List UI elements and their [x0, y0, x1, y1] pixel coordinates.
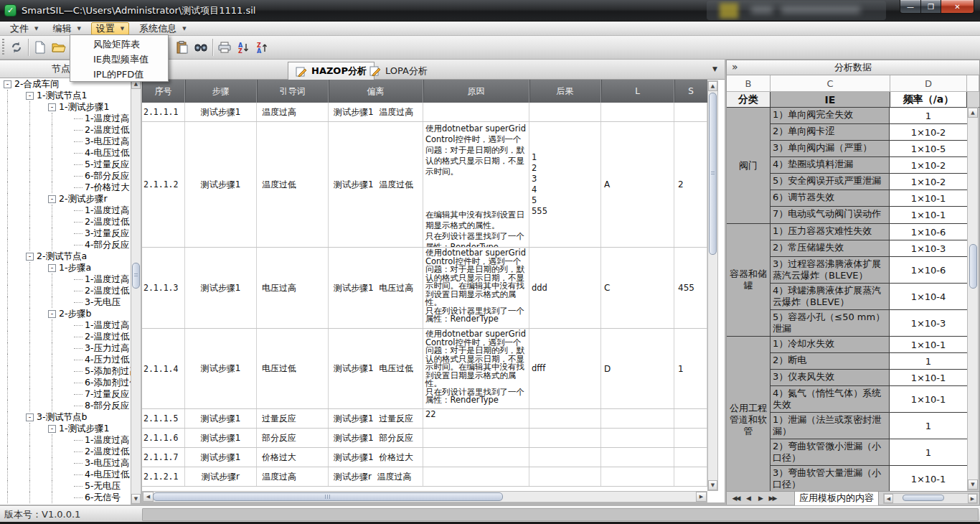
scroll-left-icon[interactable]: ◀ — [884, 494, 893, 503]
tree-item[interactable]: 4-压力过低 — [0, 354, 131, 365]
find-icon[interactable] — [192, 38, 210, 57]
menu-item-ie-frequency[interactable]: IE典型频率值 — [70, 52, 168, 67]
scroll-up-icon[interactable]: ▲ — [968, 108, 978, 118]
column-header[interactable]: 序号 — [142, 80, 185, 103]
panel-horizontal-scrollbar[interactable]: ◀ ▶ — [883, 493, 978, 504]
grid-horizontal-scrollbar[interactable]: ◀ ▶ — [142, 491, 707, 502]
collapse-node-icon[interactable]: - — [48, 195, 56, 203]
sort-descending-icon[interactable]: ZA — [253, 38, 271, 57]
scrollbar-thumb[interactable] — [709, 93, 717, 255]
ie-row[interactable]: 2）单向阀卡涩1×10-2 — [771, 124, 967, 141]
tree-item[interactable]: 2-温度过低 — [0, 285, 131, 296]
table-row[interactable]: 2.1.1.5测试步骤1过量反应测试步骤1 过量反应22 — [142, 409, 707, 429]
collapse-node-icon[interactable]: - — [26, 413, 34, 421]
collapse-node-icon[interactable]: - — [26, 92, 34, 100]
ie-row[interactable]: 2）弯曲软管微小泄漏（小口径）1 — [771, 439, 967, 466]
tree-item[interactable]: 3-压力过高 — [0, 342, 131, 354]
new-document-icon[interactable] — [31, 38, 50, 57]
tree-item[interactable]: 1-温度过高 — [0, 434, 131, 446]
ie-row[interactable]: 3）单向阀内漏（严重）1×10-5 — [771, 141, 967, 157]
menu-settings[interactable]: 设置▼ — [91, 22, 129, 35]
tree-item[interactable]: 8-部分反应 — [0, 400, 131, 411]
tree-item[interactable]: -1-测试步骤1 — [0, 423, 131, 434]
tree-scrollbar[interactable]: ▲ ▼ — [131, 78, 141, 505]
last-page-icon[interactable]: ▶▶ — [766, 495, 778, 502]
ie-row[interactable]: 3）仪表风失效1×10-1 — [771, 370, 967, 386]
scroll-up-icon[interactable]: ▲ — [708, 81, 717, 91]
scroll-down-icon[interactable]: ▼ — [131, 494, 141, 504]
ie-row[interactable]: 4）垫圈或填料泄漏1×10-2 — [771, 157, 967, 174]
tree-item[interactable]: -1-步骤a — [0, 262, 131, 273]
tree-item[interactable]: 3-无电压 — [0, 296, 131, 308]
tree-item[interactable]: 2-温度过低 — [0, 216, 131, 228]
table-row[interactable]: 2.1.1.2测试步骤1温度过低测试步骤1 温度过低使用dotnetbar su… — [142, 122, 707, 248]
collapse-node-icon[interactable]: - — [4, 80, 11, 88]
scroll-left-icon[interactable]: ◀ — [143, 492, 154, 502]
tree-item[interactable]: 3-电压过高 — [0, 457, 131, 469]
menu-item-risk-matrix[interactable]: 风险矩阵表 — [70, 37, 168, 52]
ie-row[interactable]: 3）过程容器沸腾液体扩展蒸汽云爆炸（BLEVE）1×10-6 — [771, 257, 967, 284]
ie-row[interactable]: 1）压力容器灾难性失效1×10-6 — [771, 224, 967, 240]
open-folder-icon[interactable] — [50, 38, 68, 57]
scrollbar-thumb[interactable] — [903, 495, 944, 501]
column-header[interactable]: 步骤 — [185, 80, 257, 103]
tree-item[interactable]: 2-温度过低 — [0, 124, 131, 136]
panel-vertical-scrollbar[interactable]: ▲ ▼ — [967, 107, 979, 490]
tree-item[interactable]: -2-步骤b — [0, 308, 131, 319]
table-row[interactable]: 2.1.1.4测试步骤1电压过低测试步骤1 电压过低使用dotnetbar su… — [142, 329, 707, 409]
sheet-tab[interactable]: 应用模板内的内容 — [794, 492, 879, 505]
scroll-down-icon[interactable]: ▼ — [708, 480, 717, 490]
refresh-icon[interactable] — [7, 38, 26, 57]
column-letter[interactable]: B — [727, 75, 771, 92]
column-header[interactable]: S — [674, 80, 707, 103]
collapse-node-icon[interactable]: - — [48, 264, 56, 272]
collapse-node-icon[interactable]: - — [48, 310, 56, 318]
next-page-icon[interactable]: ▶ — [754, 495, 766, 502]
ie-row[interactable]: 3）弯曲软管大量泄漏（小口径）1×10-1 — [771, 466, 967, 491]
table-row[interactable]: 2.1.1.3测试步骤1电压过高测试步骤1 电压过高使用dotnetbar su… — [142, 248, 707, 329]
close-button[interactable]: ✕ — [941, 0, 974, 14]
first-page-icon[interactable]: ◀◀ — [730, 495, 742, 502]
collapse-node-icon[interactable]: - — [48, 103, 56, 111]
tree-item[interactable]: 6-添加剂过低 — [0, 377, 131, 388]
tree-item[interactable]: 6-无信号 — [0, 492, 131, 503]
collapse-node-icon[interactable]: - — [48, 425, 56, 433]
tree-item[interactable]: 4-部分反应 — [0, 239, 131, 251]
menu-file[interactable]: 文件▼ — [6, 22, 42, 35]
scroll-right-icon[interactable]: ▶ — [968, 494, 977, 503]
ie-row[interactable]: 7）电动或气动阀门误动作1×10-1 — [771, 207, 967, 223]
ie-row[interactable]: 1）泄漏（法兰或泵密封泄漏）1 — [771, 413, 967, 439]
tree-item[interactable]: 3-电压过高 — [0, 136, 131, 147]
tree-item[interactable]: 1-温度过高 — [0, 205, 131, 216]
ie-row[interactable]: 5）安全阀误开或严重泄漏1×10-2 — [771, 174, 967, 190]
ie-row[interactable]: 1）冷却水失效1×10-1 — [771, 337, 967, 353]
column-header[interactable]: 引导词 — [257, 80, 329, 103]
tree-item[interactable]: -2-测试步骤r — [0, 193, 131, 205]
tab-lopa[interactable]: LOPA分析 — [362, 62, 435, 80]
tree-item[interactable]: -1-测试节点1 — [0, 90, 131, 101]
table-row[interactable]: 2.1.1.7测试步骤1价格过大测试步骤1 价格过大 — [142, 448, 707, 467]
tree-item[interactable]: 2-温度过低 — [0, 331, 131, 342]
minimize-button[interactable]: — — [900, 0, 921, 14]
table-row[interactable]: 2.1.1.1测试步骤1温度过高测试步骤1 温度过高 — [142, 103, 707, 122]
column-header[interactable]: 后果 — [529, 80, 601, 103]
tree-item[interactable]: 7-价格过大 — [0, 182, 131, 193]
menu-edit[interactable]: 编辑▼ — [48, 22, 85, 35]
scrollbar-thumb[interactable] — [969, 244, 977, 289]
column-letter[interactable]: C — [771, 75, 890, 92]
tree-item[interactable]: 3-过量反应 — [0, 228, 131, 239]
tree-item[interactable]: -2-测试节点a — [0, 251, 131, 262]
ie-row[interactable]: 6）调节器失效1×10-1 — [771, 190, 967, 207]
scroll-down-icon[interactable]: ▼ — [968, 479, 978, 490]
tree-item[interactable]: 1-温度过高 — [0, 113, 131, 124]
scroll-right-icon[interactable]: ▶ — [696, 492, 707, 502]
table-row[interactable]: 2.1.1.6测试步骤1部分反应测试步骤1 部分反应 — [142, 429, 707, 448]
tree-item[interactable]: 4-电压过低 — [0, 469, 131, 480]
tree-item[interactable]: 7-过量反应 — [0, 388, 131, 400]
scrollbar-thumb[interactable] — [153, 492, 503, 501]
previous-page-icon[interactable]: ◀ — [742, 495, 754, 502]
table-row[interactable]: 2.1.2.1测试步骤r温度过高测试步骤r 温度过高 — [142, 467, 707, 487]
ie-row[interactable]: 2）常压储罐失效1×10-3 — [771, 240, 967, 257]
sort-ascending-icon[interactable]: AZ — [234, 38, 253, 57]
tree-item[interactable]: 2-温度过低 — [0, 446, 131, 457]
